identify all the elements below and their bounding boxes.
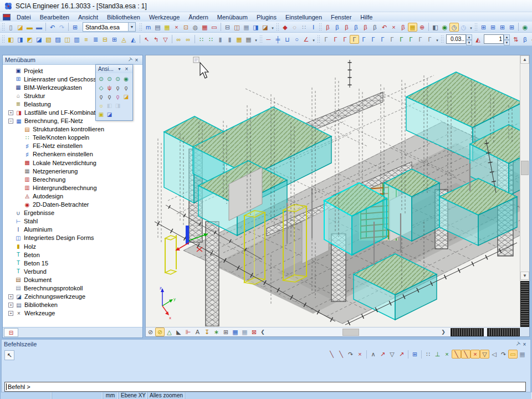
scale-spinner-buttons[interactable]: ▲▼ [466, 34, 472, 44]
close-icon[interactable]: × [123, 65, 130, 73]
edit-tool-6-icon[interactable]: ▨ [53, 35, 63, 44]
toolbar-grip[interactable] [2, 23, 4, 31]
toolbar-overflow-icon[interactable]: ▾ [434, 38, 440, 44]
menu-fenster[interactable]: Fenster [326, 13, 356, 21]
tree-item-beton-15[interactable]: TBeton 15 [5, 259, 142, 267]
tree-item-bibliotheken[interactable]: +▤Bibliotheken [5, 301, 142, 309]
column-a-icon[interactable]: ▮ [216, 35, 225, 44]
toolbar-overflow-icon[interactable]: ▾ [253, 38, 259, 44]
window-2-icon[interactable]: ⊞ [488, 23, 498, 32]
select-cursor-button[interactable]: ↖ [4, 350, 14, 360]
cursor-snap-settings-icon[interactable]: ⊞ [410, 350, 420, 359]
clipping-box-icon[interactable]: ▣ [97, 110, 105, 118]
corner-tool-4-icon[interactable]: Γ [350, 35, 359, 44]
node-grid-icon[interactable]: ▦ [408, 23, 417, 32]
open-picture-icon[interactable]: ◪ [122, 93, 130, 100]
open-project-icon[interactable]: ◪ [16, 23, 25, 32]
toggle-grid-icon[interactable]: ⊠ [249, 328, 259, 336]
member-end-4-icon[interactable]: β [351, 23, 361, 32]
show-numbering-icon[interactable]: ⊞ [221, 328, 231, 336]
member-delete-icon[interactable]: × [389, 23, 398, 32]
report-icon[interactable]: ◪ [260, 23, 270, 32]
select-chain-icon[interactable]: ↰ [151, 35, 161, 44]
vertical-scrollbar[interactable]: ▲ ▼ [520, 55, 529, 327]
menu-hilfe[interactable]: Hilfe [356, 13, 377, 21]
zoom-all-icon[interactable]: ϙ [105, 93, 114, 100]
draw-angle-icon[interactable]: ∠ [301, 35, 311, 44]
status-units[interactable]: mm [103, 392, 118, 399]
corner-tool-3-icon[interactable]: Γ [340, 35, 350, 44]
menu-plugins[interactable]: Plugins [252, 13, 281, 21]
box-b-icon[interactable]: ▦ [244, 35, 253, 44]
zoom-document-icon[interactable]: ◌ [290, 23, 299, 32]
tree-item-lokale-netzverdichtung[interactable]: ▩Lokale Netzverdichtung [5, 158, 142, 167]
save-view-icon[interactable]: ◧ [431, 23, 440, 32]
corner-tool-5-icon[interactable]: Γ [359, 35, 369, 44]
edit-tool-14-icon[interactable]: ◭ [129, 35, 138, 44]
snap-calculator-icon[interactable]: ▦ [518, 350, 527, 359]
draw-parallel-icon[interactable]: ╪ [273, 35, 283, 44]
toolbar-grip[interactable] [139, 23, 142, 31]
tree-item-dokument[interactable]: ▤Dokument [5, 275, 142, 284]
angle-ref-icon[interactable]: ◭ [473, 35, 483, 44]
corner-tool-12-icon[interactable]: Γ [425, 35, 434, 44]
snap-length-icon[interactable]: ▭ [508, 350, 518, 359]
scroll-down-icon[interactable]: ▼ [520, 272, 529, 280]
view-xz-icon[interactable]: ⊙ [97, 75, 105, 83]
status-zoom-mode[interactable]: Alles zoomen [147, 392, 185, 399]
project-window-icon[interactable]: ⊞ [70, 23, 80, 32]
tree-item-zeichnungswerkzeuge[interactable]: +◪Zeichnungswerkzeuge [5, 293, 142, 301]
view-yz-icon[interactable]: ⊙ [114, 75, 122, 83]
menu-men-baum[interactable]: Menübaum [213, 13, 252, 21]
draw-open-profile-icon[interactable]: ⊔ [283, 35, 292, 44]
corner-tool-11-icon[interactable]: Γ [416, 35, 425, 44]
document-system-icon[interactable] [3, 14, 11, 21]
menu-tree-tab[interactable]: ⊟ [4, 328, 18, 337]
expand-icon[interactable]: + [8, 303, 13, 308]
show-surfaces-icon[interactable]: ◣ [174, 328, 183, 336]
shade-mode-icon[interactable]: ⊘ [155, 328, 165, 336]
window-3-icon[interactable]: ⊞ [498, 23, 507, 32]
member-add-icon[interactable]: β [398, 23, 408, 32]
menu-datei[interactable]: Datei [12, 13, 35, 21]
edit-tool-13-icon[interactable]: ◬ [119, 35, 129, 44]
tree-item-integriertes-design-forms[interactable]: ◫Integriertes Design Forms [5, 234, 142, 242]
expand-icon[interactable]: + [8, 294, 13, 299]
vertical-scroll-thumb[interactable] [521, 161, 529, 175]
edit-tool-10-icon[interactable]: ≣ [91, 35, 100, 44]
tree-item-aluminium[interactable]: IAluminium [5, 226, 142, 234]
show-supports-icon[interactable]: ⊩ [183, 328, 193, 336]
view-parameters-all-icon[interactable]: ▦ [240, 328, 249, 336]
activity-off-icon[interactable]: × [530, 23, 532, 32]
tree-item-hintergrundberechnung[interactable]: ▥Hintergrundberechnung [5, 183, 142, 192]
tree-item-berechnungsprotokoll[interactable]: ▤Berechnungsprotokoll [5, 284, 142, 292]
snap-axis-icon[interactable]: ⊥ [433, 350, 442, 359]
copy-icon[interactable]: ⊡ [181, 23, 191, 32]
collapse-icon[interactable]: − [8, 119, 13, 124]
tree-item-werkzeuge[interactable]: +×Werkzeuge [5, 309, 142, 318]
snap-perpendicular-icon[interactable]: ▽ [480, 350, 489, 359]
corner-tool-6-icon[interactable]: Γ [369, 35, 378, 44]
count-spinner[interactable]: 1 ▲▼ [484, 34, 510, 44]
spinner-up-icon[interactable]: ▲ [466, 34, 472, 40]
snap-point-icon[interactable]: ↗ [397, 350, 406, 359]
redo-icon[interactable]: ↷ [57, 23, 66, 32]
spinner-up-icon[interactable]: ▲ [504, 34, 510, 40]
snap-node-icon[interactable]: ╲ [461, 350, 470, 359]
show-volumes-icon[interactable]: △ [165, 328, 174, 336]
lamp-icon[interactable]: ☼ [97, 101, 105, 109]
snap-midpoint-icon[interactable]: ↗ [378, 350, 387, 359]
visibility-icon[interactable]: ◉ [520, 23, 530, 32]
box-a-icon[interactable]: ▦ [234, 35, 244, 44]
snap-vertex-icon[interactable]: ∧ [369, 350, 378, 359]
toolbar-overflow-icon[interactable]: ▾ [468, 26, 474, 32]
snap-edge-icon[interactable]: ◁ [489, 350, 499, 359]
zoom-in-icon[interactable]: ϙ [122, 84, 130, 91]
show-axes-icon[interactable]: ∗ [212, 328, 221, 336]
member-curve-icon[interactable]: ↶ [380, 23, 389, 32]
member-end-3-icon[interactable]: β [342, 23, 351, 32]
snap-ortho-icon[interactable]: ▽ [387, 350, 397, 359]
tree-item-beton[interactable]: TBeton [5, 250, 142, 259]
color-palette-icon[interactable]: ▦ [162, 23, 172, 32]
view-axo-icon[interactable]: ◉ [122, 75, 130, 83]
